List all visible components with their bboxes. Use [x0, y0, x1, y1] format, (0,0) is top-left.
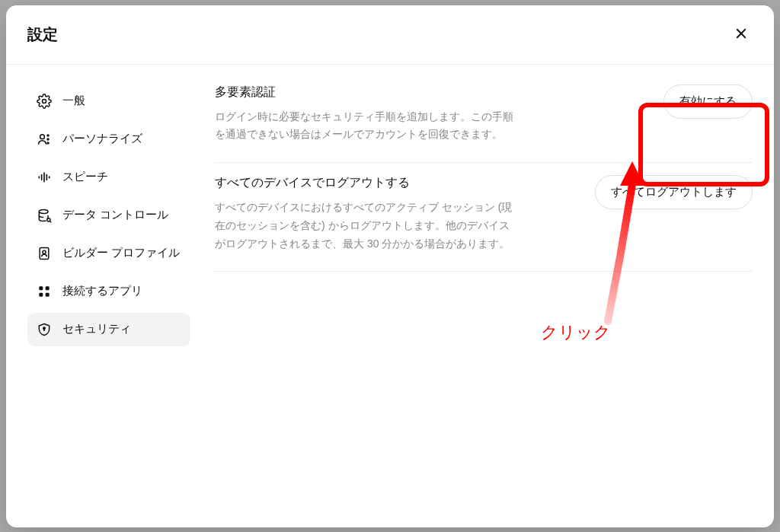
- logout-all-button[interactable]: すべてログアウトします: [595, 175, 753, 209]
- sidebar-item-label: スピーチ: [62, 170, 108, 184]
- setting-title: 多要素認証: [215, 84, 519, 100]
- modal-header: 設定: [6, 5, 774, 65]
- sidebar-item-personalize[interactable]: パーソナライズ: [27, 123, 190, 156]
- person-icon: [37, 132, 52, 147]
- sidebar-item-label: データ コントロール: [62, 208, 168, 222]
- sidebar-item-speech[interactable]: スピーチ: [27, 161, 190, 194]
- svg-point-3: [40, 134, 45, 139]
- sidebar-item-label: 一般: [62, 94, 85, 108]
- svg-rect-18: [39, 292, 43, 296]
- svg-point-12: [39, 209, 48, 213]
- sidebar-item-data-control[interactable]: データ コントロール: [27, 199, 190, 232]
- svg-rect-8: [41, 174, 43, 180]
- setting-description: すべてのデバイスにおけるすべてのアクティブ セッション (現在のセッションを含む…: [215, 199, 519, 253]
- svg-point-15: [43, 250, 46, 253]
- setting-logout-all: すべてのデバイスでログアウトする すべてのデバイスにおけるすべてのアクティブ セ…: [215, 163, 753, 272]
- grid-icon: [37, 284, 52, 299]
- setting-title: すべてのデバイスでログアウトする: [215, 175, 519, 191]
- sidebar-item-general[interactable]: 一般: [27, 84, 190, 118]
- svg-rect-10: [46, 174, 48, 180]
- setting-mfa: 多要素認証 ログイン時に必要なセキュリティ手順を追加します。この手順を通過できな…: [215, 84, 753, 164]
- svg-point-6: [47, 142, 49, 144]
- sidebar: 一般 パーソナライズ スピーチ データ コントロール: [6, 84, 204, 527]
- setting-text: すべてのデバイスでログアウトする すべてのデバイスにおけるすべてのアクティブ セ…: [215, 175, 519, 253]
- sidebar-item-builder-profile[interactable]: ビルダー プロファイル: [27, 237, 190, 270]
- svg-point-13: [47, 218, 50, 221]
- database-icon: [37, 208, 52, 223]
- close-button[interactable]: [730, 22, 753, 47]
- close-icon: [734, 27, 748, 43]
- enable-mfa-button[interactable]: 有効にする: [663, 84, 753, 119]
- modal-title: 設定: [27, 24, 58, 45]
- svg-rect-17: [46, 286, 50, 290]
- sidebar-item-label: セキュリティ: [62, 322, 131, 336]
- setting-text: 多要素認証 ログイン時に必要なセキュリティ手順を追加します。この手順を通過できな…: [215, 84, 519, 145]
- svg-rect-9: [43, 172, 45, 182]
- svg-rect-11: [49, 176, 50, 178]
- content-panel: 多要素認証 ログイン時に必要なセキュリティ手順を追加します。この手順を通過できな…: [204, 84, 774, 527]
- document-icon: [37, 246, 52, 261]
- settings-modal: 設定 一般 パーソナライズ: [6, 5, 774, 527]
- svg-point-2: [43, 99, 46, 103]
- svg-rect-16: [39, 286, 43, 290]
- modal-body: 一般 パーソナライズ スピーチ データ コントロール: [6, 65, 774, 527]
- svg-point-5: [47, 139, 49, 140]
- sidebar-item-security[interactable]: セキュリティ: [27, 313, 190, 346]
- sidebar-item-connected-apps[interactable]: 接続するアプリ: [27, 275, 190, 308]
- svg-point-4: [47, 135, 49, 136]
- shield-icon: [37, 322, 52, 337]
- svg-rect-19: [46, 292, 50, 296]
- sidebar-item-label: 接続するアプリ: [62, 284, 142, 298]
- setting-description: ログイン時に必要なセキュリティ手順を追加します。この手順を通過できない場合はメー…: [215, 108, 519, 145]
- sidebar-item-label: ビルダー プロファイル: [62, 246, 180, 260]
- sound-icon: [37, 170, 52, 185]
- gear-icon: [37, 94, 52, 109]
- svg-point-20: [43, 327, 46, 330]
- sidebar-item-label: パーソナライズ: [62, 132, 142, 146]
- svg-rect-7: [39, 176, 40, 178]
